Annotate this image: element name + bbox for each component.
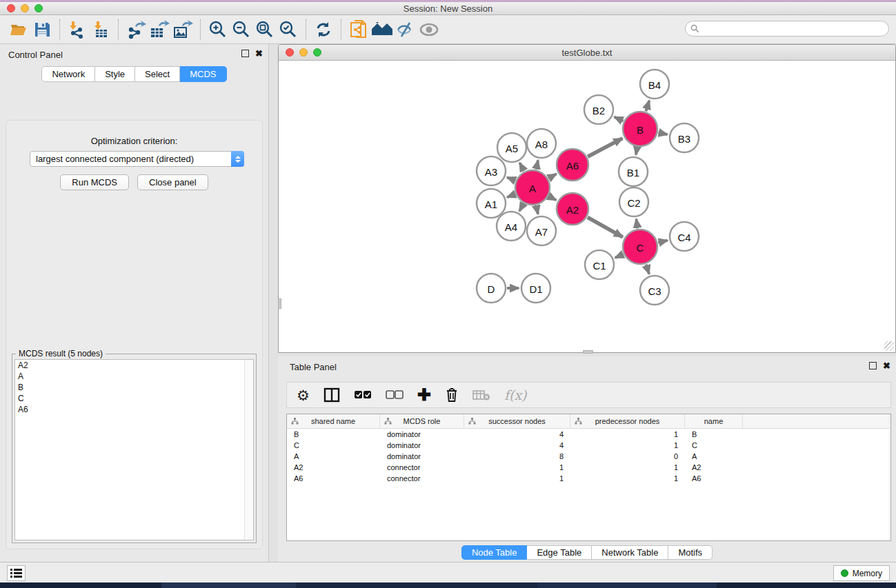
mcds-result-list[interactable]: A2ABCA6 [14,359,254,540]
table-cell[interactable]: 1 [570,463,685,472]
table-cell[interactable]: 0 [570,452,685,460]
network-window-titlebar[interactable]: testGlobe.txt [279,45,895,61]
column-header-successor-nodes[interactable]: successor nodes [464,414,570,428]
network-canvas[interactable]: B4B2BB3A8A5A6A3B1AC2A1A2A4A7C4CC1DD1C3 [279,61,895,352]
table-cell[interactable]: 1 [570,474,685,483]
run-mcds-button[interactable]: Run MCDS [60,174,129,190]
graph-edge-A-A7[interactable] [536,205,537,214]
table-cell[interactable]: B [685,430,743,438]
function-builder-icon[interactable]: f(x) [504,385,527,405]
memory-button[interactable]: Memory [833,565,890,581]
graph-node-A2[interactable]: A2 [557,193,588,225]
tab-network[interactable]: Network [41,66,95,82]
search-input[interactable] [702,24,888,34]
graph-node-A1[interactable]: A1 [477,189,506,218]
graph-edge-A2-C[interactable] [588,217,623,237]
optimization-criterion-select[interactable]: largest connected component (directed) [30,151,244,167]
graph-edge-C-C4[interactable] [658,241,667,243]
column-header-MCDS-role[interactable]: MCDS role [380,414,464,428]
graph-node-C4[interactable]: C4 [670,222,699,251]
graph-edge-B-B4[interactable] [646,101,649,112]
table-row[interactable]: Adominator80A [287,451,890,462]
splitter-handle-bottom[interactable] [583,350,593,354]
node-table[interactable]: shared nameMCDS rolesuccessor nodesprede… [286,414,891,541]
mcds-result-item[interactable]: A [15,371,253,382]
new-network-from-file-icon[interactable] [347,18,370,41]
graph-node-A[interactable]: A [515,170,550,205]
network-graph[interactable]: B4B2BB3A8A5A6A3B1AC2A1A2A4A7C4CC1DD1C3 [279,61,895,352]
table-cell[interactable]: dominator [380,441,464,449]
graph-edge-A-A1[interactable] [507,194,515,197]
mcds-result-item[interactable]: C [15,393,253,404]
column-header-predecessor-nodes[interactable]: predecessor nodes [570,414,685,428]
graph-node-B2[interactable]: B2 [584,95,613,124]
table-cell[interactable]: C [685,441,743,449]
tab-edge-table[interactable]: Edge Table [527,545,592,560]
show-column-panel-icon[interactable] [323,385,340,405]
export-image-icon[interactable] [171,18,195,41]
import-table-icon[interactable] [89,18,112,41]
graph-node-A7[interactable]: A7 [527,216,556,245]
graph-edge-B-B1[interactable] [636,148,637,155]
graph-edge-A-A2[interactable] [549,196,556,201]
close-panel-button[interactable]: Close panel [137,174,208,190]
table-row[interactable]: Bdominator41B [287,429,890,440]
delete-table-icon[interactable] [472,385,490,405]
graph-node-C1[interactable]: C1 [585,250,614,279]
column-header-name[interactable]: name [685,414,743,428]
window-resize-grip[interactable] [884,341,894,351]
export-table-icon[interactable] [148,18,171,41]
graph-edge-A-A8[interactable] [536,160,538,169]
mcds-list-scrollbar[interactable] [244,360,253,540]
table-cell[interactable]: 4 [464,441,570,449]
zoom-out-icon[interactable] [230,18,253,41]
graph-node-A6[interactable]: A6 [557,149,588,181]
mcds-result-item[interactable]: B [15,382,253,393]
graph-node-C3[interactable]: C3 [640,276,669,305]
float-panel-icon[interactable] [241,50,249,57]
splitter-handle-left[interactable] [278,298,281,309]
graph-node-B1[interactable]: B1 [619,157,648,186]
open-file-icon[interactable] [7,18,30,41]
zoom-in-icon[interactable] [206,18,230,41]
graph-edge-A-A5[interactable] [519,163,524,171]
table-cell[interactable]: dominator [380,452,464,460]
graph-node-A5[interactable]: A5 [497,133,526,162]
tab-select[interactable]: Select [135,66,180,82]
graph-node-B4[interactable]: B4 [640,70,669,99]
float-table-panel-icon[interactable] [869,362,877,369]
table-cell[interactable]: dominator [380,430,464,438]
graph-edge-B-B2[interactable] [615,117,624,121]
table-cell[interactable]: 1 [464,474,570,483]
graph-edge-B-B3[interactable] [658,132,667,134]
export-network-icon[interactable] [124,18,148,41]
create-column-icon[interactable]: ✚ [417,385,431,405]
table-cell[interactable]: A2 [287,463,380,472]
table-cell[interactable]: 4 [464,430,570,438]
graph-edge-C-C1[interactable] [615,254,623,258]
table-cell[interactable]: C [287,441,380,449]
table-row[interactable]: A2connector11A2 [287,462,890,473]
tab-style[interactable]: Style [95,66,135,82]
home-pages-icon[interactable] [370,18,394,41]
zoom-fit-icon[interactable] [253,18,277,41]
graph-edge-A-A3[interactable] [507,177,515,181]
tab-motifs[interactable]: Motifs [668,545,713,560]
select-all-rows-icon[interactable] [354,385,372,405]
mcds-result-item[interactable]: A6 [15,404,253,415]
graph-edge-C-C2[interactable] [636,219,637,228]
table-cell[interactable]: 1 [570,430,685,438]
table-cell[interactable]: B [287,430,380,438]
table-cell[interactable]: 1 [570,441,685,449]
mcds-result-item[interactable]: A2 [15,360,253,371]
table-cell[interactable]: A [287,452,380,460]
column-header-shared-name[interactable]: shared name [287,414,380,428]
table-cell[interactable]: 1 [464,463,570,472]
close-panel-icon[interactable]: ✖ [255,50,263,57]
graph-node-A4[interactable]: A4 [497,212,526,241]
tab-network-table[interactable]: Network Table [592,545,668,560]
table-cell[interactable]: connector [380,463,464,472]
table-cell[interactable]: A6 [287,474,380,483]
table-options-gear-icon[interactable]: ⚙ [297,385,310,405]
graph-node-C2[interactable]: C2 [619,187,648,216]
